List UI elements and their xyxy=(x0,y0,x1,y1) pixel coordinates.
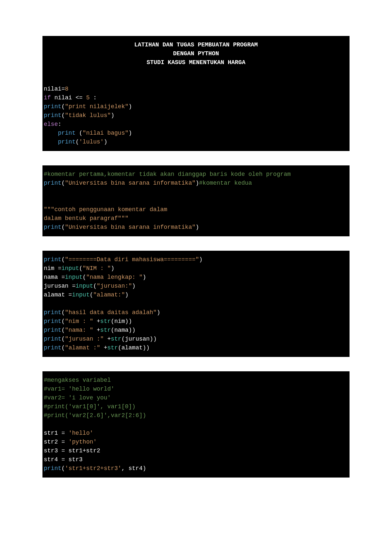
code-string: 'python' xyxy=(69,439,97,445)
code-string: 'str1+str2+str3' xyxy=(65,465,122,472)
code-text: ( xyxy=(61,465,65,472)
code-func: print xyxy=(44,112,61,119)
code-string: "NIM : " xyxy=(83,265,111,272)
code-text: alamat = xyxy=(44,292,72,298)
code-comment: #var1= 'hello world' xyxy=(44,386,114,392)
code-text: ) xyxy=(196,224,199,230)
code-text: ( xyxy=(61,345,65,351)
title-line-1: LATIHAN DAN TUGAS PEMBUATAN PROGRAM xyxy=(44,41,348,49)
code-comment: #mengakses variabel xyxy=(44,377,111,383)
code-text: jurusan = xyxy=(44,283,75,289)
code-comment: #var2= 'i love you' xyxy=(44,395,111,401)
code-text: ) xyxy=(199,256,203,263)
code-text: (jurusan)) xyxy=(122,336,157,342)
code-text: ( xyxy=(61,103,65,110)
code-text: ( xyxy=(61,180,65,186)
title-line-2: DENGAN PYTHON xyxy=(44,49,348,58)
code-text: + xyxy=(104,336,111,342)
code-text: ) xyxy=(157,309,160,316)
code-block-1: LATIHAN DAN TUGAS PEMBUATAN PROGRAMDENGA… xyxy=(42,36,350,151)
code-text: : xyxy=(58,121,61,127)
code-text: (nama)) xyxy=(111,327,136,333)
code-func: print xyxy=(44,103,61,110)
code-builtin: input xyxy=(61,265,79,272)
code-string: "alamat :" xyxy=(65,345,100,351)
code-func: print xyxy=(44,139,75,145)
code-string: "nama: " xyxy=(65,327,93,333)
code-text: ) xyxy=(111,265,114,272)
code-text: ) xyxy=(125,292,128,298)
code-text: (nim)) xyxy=(111,318,132,325)
code-block-4: #mengakses variabel #var1= 'hello world'… xyxy=(42,371,350,478)
code-text: str3 = str1+str2 xyxy=(44,447,100,454)
code-number: 5 xyxy=(86,94,90,101)
code-text: ) xyxy=(111,112,114,119)
code-text: ( xyxy=(61,318,65,325)
code-string: 'lulus' xyxy=(79,139,104,145)
code-text: nilai= xyxy=(44,86,65,92)
code-string: "========Data diri mahasiswa=========" xyxy=(65,256,199,263)
code-text: nilai <= xyxy=(51,94,86,101)
code-string: "nama lengkap: " xyxy=(86,274,143,280)
code-builtin: str xyxy=(100,327,111,333)
code-func: print xyxy=(44,318,61,325)
code-text: ( xyxy=(61,309,65,316)
code-func: print xyxy=(44,130,79,136)
code-text: ) xyxy=(128,103,132,110)
code-func: print xyxy=(44,180,61,186)
code-string: "hasil data daitas adalah" xyxy=(65,309,157,316)
code-string: "Universitas bina sarana informatika" xyxy=(65,180,196,186)
code-string: "alamat:" xyxy=(93,292,125,298)
code-text: ) xyxy=(104,139,107,145)
code-text: ) xyxy=(196,180,199,186)
code-text: ( xyxy=(79,130,83,136)
code-string: "nilai bagus" xyxy=(83,130,128,136)
code-string: "Universitas bina sarana informatika" xyxy=(65,224,196,230)
code-text: ) xyxy=(128,130,132,136)
code-func: print xyxy=(44,256,61,263)
code-string: dalam bentuk paragraf""" xyxy=(44,215,128,222)
code-keyword: else xyxy=(44,121,58,127)
code-string: "nim : " xyxy=(65,318,93,325)
code-text: : xyxy=(90,94,97,101)
code-string: "jurusan :" xyxy=(65,336,104,342)
code-string: "tidak lulus" xyxy=(65,112,111,119)
code-text: str1 = xyxy=(44,430,69,436)
code-text: + xyxy=(93,318,100,325)
code-text: str4 = str3 xyxy=(44,456,83,463)
code-block-2: #komentar pertama,komentar tidak akan di… xyxy=(42,165,350,236)
code-text: + xyxy=(93,327,100,333)
code-keyword: if xyxy=(44,94,51,101)
code-text: (alamat)) xyxy=(118,345,150,351)
code-builtin: str xyxy=(111,336,121,342)
code-comment: #print('var1[0]', var1[0]) xyxy=(44,403,136,410)
code-builtin: str xyxy=(100,318,111,325)
code-comment: #print('var2[2.6]',var2[2:6]) xyxy=(44,412,146,419)
code-comment: #komentar pertama,komentar tidak akan di… xyxy=(44,171,291,177)
code-func: print xyxy=(44,345,61,351)
code-text: ) xyxy=(142,274,146,280)
code-text: ( xyxy=(61,336,65,342)
code-text: ) xyxy=(132,283,136,289)
code-string: "jurusan:" xyxy=(97,283,132,289)
code-builtin: input xyxy=(65,274,83,280)
code-text: ( xyxy=(93,283,97,289)
code-text: ( xyxy=(61,256,65,263)
code-func: print xyxy=(44,309,61,316)
title-line-3: STUDI KASUS MENENTUKAN HARGA xyxy=(44,58,348,67)
code-builtin: input xyxy=(72,292,90,298)
code-text: + xyxy=(100,345,107,351)
code-comment: #komentar kedua xyxy=(199,180,252,186)
code-text: ( xyxy=(61,327,65,333)
document-page: LATIHAN DAN TUGAS PEMBUATAN PROGRAMDENGA… xyxy=(0,0,392,555)
code-number: 8 xyxy=(65,86,69,92)
code-func: print xyxy=(44,336,61,342)
code-text: ( xyxy=(79,265,83,272)
code-func: print xyxy=(44,224,61,230)
code-block-3: print("========Data diri mahasiswa======… xyxy=(42,251,350,357)
code-string: 'hello' xyxy=(69,430,93,436)
code-func: print xyxy=(44,465,61,472)
code-builtin: input xyxy=(75,283,93,289)
code-builtin: str xyxy=(107,345,118,351)
code-func: print xyxy=(44,327,61,333)
